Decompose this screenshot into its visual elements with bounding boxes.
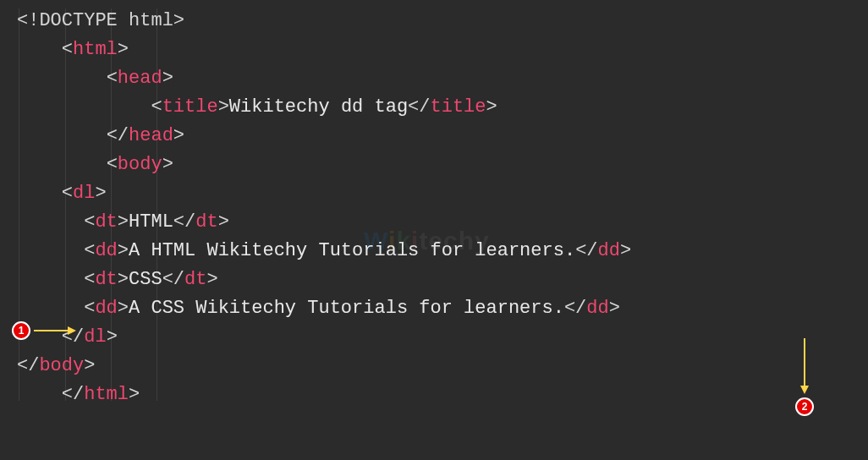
code-line: </dl>	[17, 323, 868, 352]
callout-badge-2: 2	[795, 397, 814, 416]
callout-arrow-2	[804, 338, 805, 386]
code-line: <title>Wikitechy dd tag</title>	[17, 93, 868, 122]
code-line: <dt>CSS</dt>	[17, 266, 868, 294]
code-line: <body>	[17, 151, 868, 179]
callout-arrow-1	[34, 330, 68, 331]
code-line: </body>	[17, 352, 868, 381]
code-line: </html>	[17, 381, 868, 409]
code-line: <dd>A CSS Wikitechy Tutorials for learne…	[17, 294, 868, 323]
arrow-head-icon	[800, 386, 809, 394]
code-editor: Wikitechy <!DOCTYPE html> <html> <head> …	[0, 0, 868, 409]
code-line: <dt>HTML</dt>	[17, 208, 868, 237]
code-line: <dl>	[17, 179, 868, 208]
code-line: <dd>A HTML Wikitechy Tutorials for learn…	[17, 237, 868, 266]
code-line: <head>	[17, 64, 868, 93]
code-line: </head>	[17, 122, 868, 151]
code-line: <html>	[17, 36, 868, 64]
code-line: <!DOCTYPE html>	[17, 7, 868, 36]
callout-badge-1: 1	[12, 321, 30, 340]
arrow-head-icon	[68, 326, 76, 335]
